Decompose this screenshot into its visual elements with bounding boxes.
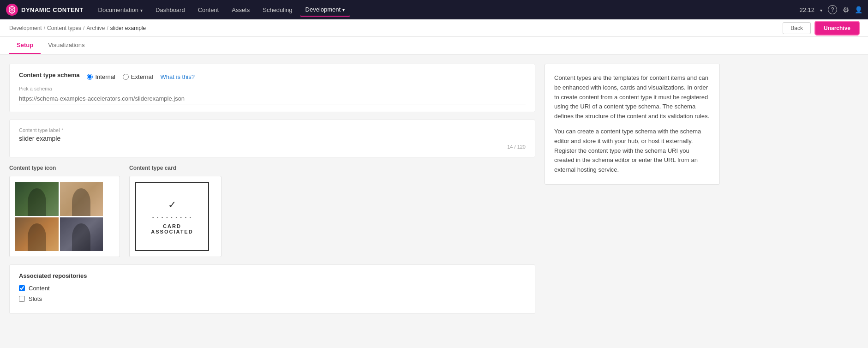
card-section: Content type card ✓ - - - - - - - - - CA… [129,165,221,257]
tab-setup[interactable]: Setup [9,37,41,54]
breadcrumb-development[interactable]: Development [9,25,42,31]
nav-dashboard[interactable]: Dashboard [150,4,191,16]
breadcrumb-current: slider example [110,25,146,31]
settings-icon[interactable]: ⚙ [843,6,849,14]
top-navigation: DYNAMIC CONTENT Documentation Dashboard … [0,0,868,19]
app-name: DYNAMIC CONTENT [21,6,84,13]
slots-label: Slots [29,295,42,302]
nav-assets[interactable]: Assets [226,4,255,16]
schema-section: Content type schema Internal External Wh… [9,64,535,112]
photo-grid [15,182,103,251]
unarchive-button[interactable]: Unarchive [815,22,859,35]
icon-section: Content type icon [9,165,120,257]
app-logo[interactable]: DYNAMIC CONTENT [6,3,84,16]
nav-time: 22:12 [799,6,814,13]
breadcrumb: Development / Content types / Archive / … [9,25,146,31]
chevron-down-icon [342,6,345,13]
info-paragraph-2: You can create a content type schema wit… [554,127,710,175]
nav-development[interactable]: Development [300,3,351,17]
nav-items: Documentation Dashboard Content Assets S… [93,3,800,17]
pick-schema-label: Pick a schema [19,86,526,91]
photo-cell-4 [60,217,103,252]
card-box[interactable]: ✓ - - - - - - - - - CARD ASSOCIATED [129,176,221,257]
content-type-label-value: slider example [19,135,526,142]
photo-cell-2 [60,182,103,216]
content-checkbox[interactable] [19,285,25,291]
char-count: 14 / 120 [19,144,526,150]
card-section-title: Content type card [129,165,221,171]
photo-cell-3 [15,217,59,252]
checkbox-slots: Slots [19,295,526,302]
nav-right: 22:12 ? ⚙ 👤 [799,5,862,14]
tabs-bar: Setup Visualizations [0,37,868,54]
breadcrumb-actions: Back Unarchive [783,22,859,35]
slots-checkbox[interactable] [19,296,25,302]
associated-repos-section: Associated repositories Content Slots [9,264,535,314]
card-text: CARD ASSOCIATED [151,223,193,234]
schema-section-title: Content type schema [19,72,79,78]
label-section: Content type label * slider example 14 /… [9,120,535,157]
internal-label: Internal [95,73,115,80]
external-radio-input[interactable] [123,74,129,80]
info-panel: Content types are the templates for cont… [545,64,720,338]
main-content: Content type schema Internal External Wh… [9,64,535,338]
checkbox-content: Content [19,285,526,292]
logo-icon [6,3,18,16]
breadcrumb-archive[interactable]: Archive [86,25,105,31]
icon-box[interactable] [9,176,120,257]
card-dashes: - - - - - - - - - [152,215,192,220]
content-type-label-field: Content type label * [19,127,526,133]
tab-visualizations[interactable]: Visualizations [41,37,92,54]
nav-scheduling[interactable]: Scheduling [257,4,298,16]
internal-radio-input[interactable] [87,74,93,80]
card-check-icon: ✓ [168,199,176,211]
icon-section-title: Content type icon [9,165,120,171]
what-is-this-link[interactable]: What is this? [161,73,195,80]
external-label: External [131,73,153,80]
external-radio[interactable]: External [123,73,153,80]
breadcrumb-bar: Development / Content types / Archive / … [0,19,868,37]
schema-radio-group: Internal External [87,73,153,80]
icon-card-row: Content type icon Content type card ✓ [9,165,535,257]
info-box: Content types are the templates for cont… [545,64,720,185]
card-preview: ✓ - - - - - - - - - CARD ASSOCIATED [135,182,209,251]
time-chevron-icon[interactable] [820,6,822,13]
help-icon[interactable]: ? [828,5,837,14]
checkboxes: Content Slots [19,285,526,302]
content-label: Content [29,285,50,292]
back-button[interactable]: Back [783,22,811,34]
internal-radio[interactable]: Internal [87,73,115,80]
assoc-repos-title: Associated repositories [19,272,526,279]
breadcrumb-content-types[interactable]: Content types [47,25,81,31]
nav-documentation[interactable]: Documentation [93,4,148,16]
photo-cell-1 [15,182,59,216]
chevron-down-icon [140,6,143,13]
info-paragraph-1: Content types are the templates for cont… [554,73,710,121]
schema-url-input[interactable] [19,93,526,104]
user-icon[interactable]: 👤 [855,6,862,13]
main-layout: Content type schema Internal External Wh… [0,54,868,347]
nav-content[interactable]: Content [192,4,225,16]
